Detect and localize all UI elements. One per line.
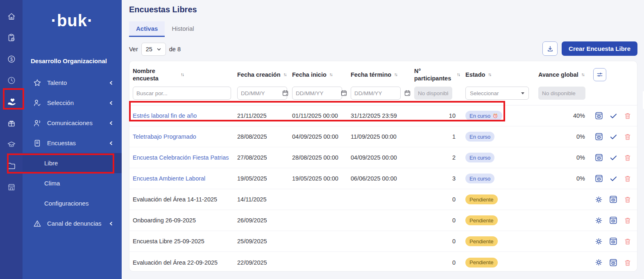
- chevron-left-icon: [109, 221, 113, 226]
- home-icon[interactable]: [7, 12, 16, 21]
- check-icon: [610, 133, 617, 141]
- survey-name: Evaluación del Área 14-11-2025: [133, 196, 237, 203]
- estado-filter-value: Seleccionar: [470, 90, 499, 96]
- sidebar-item-talento[interactable]: Talento: [23, 73, 122, 93]
- participants-count: 2: [414, 154, 465, 161]
- delete-survey-button[interactable]: [624, 196, 631, 203]
- view-results-button[interactable]: [595, 112, 603, 120]
- progress-value: 0%: [538, 154, 593, 161]
- sort-icon[interactable]: ↑↓: [283, 72, 286, 78]
- sidebar-item-canal-denuncias[interactable]: Canal de denuncias: [23, 213, 122, 233]
- sidebar-item-label: Talento: [47, 79, 109, 86]
- sidebar-item-label: Canal de denuncias: [47, 220, 109, 227]
- participants-count: 3: [414, 175, 465, 182]
- finish-survey-button[interactable]: [610, 112, 617, 120]
- view-results-button[interactable]: [609, 216, 617, 224]
- eye-window-icon: [595, 153, 603, 162]
- sidebar-item-configuraciones[interactable]: Configuraciones: [23, 193, 122, 213]
- col-avance-global: Avance global: [538, 71, 578, 78]
- search-input[interactable]: [133, 87, 231, 100]
- finish-survey-button[interactable]: [610, 154, 617, 162]
- col-fecha-inicio: Fecha inicio: [292, 71, 327, 78]
- estado-filter-select[interactable]: Seleccionar: [465, 87, 529, 100]
- chevron-left-icon: [109, 80, 113, 85]
- table-row: Encuesta Ambiente Laboral 19/05/2025 19/…: [129, 168, 637, 189]
- configure-survey-button[interactable]: [595, 196, 603, 204]
- table-row: Estrés laboral fin de año 21/11/2025 01/…: [129, 105, 637, 126]
- sort-icon[interactable]: ↑↓: [329, 72, 332, 78]
- create-survey-button[interactable]: Crear Encuesta Libre: [562, 41, 637, 56]
- view-results-button[interactable]: [609, 195, 617, 204]
- sidebar-item-libre[interactable]: Libre: [23, 153, 122, 173]
- finish-survey-button[interactable]: [610, 175, 617, 183]
- sidebar-item-seleccion[interactable]: Selección: [23, 93, 122, 113]
- eye-window-icon: [595, 133, 603, 141]
- survey-name-link[interactable]: Encuesta Celebración Fiesta Patrias: [133, 154, 237, 161]
- dollar-circle-icon[interactable]: $: [7, 55, 16, 64]
- trash-icon: [624, 259, 631, 266]
- survey-name-link[interactable]: Estrés laboral fin de año: [133, 112, 237, 119]
- sort-icon[interactable]: ↑↓: [488, 72, 491, 78]
- tab-activas[interactable]: Activas: [129, 21, 165, 37]
- person-sound-icon: [33, 119, 41, 127]
- configure-survey-button[interactable]: [595, 258, 603, 266]
- view-results-button[interactable]: [595, 153, 603, 162]
- graduation-cap-icon[interactable]: [7, 140, 16, 149]
- hand-heart-icon[interactable]: [7, 97, 16, 106]
- sidebar-item-encuestas[interactable]: Encuestas: [23, 133, 122, 153]
- delete-survey-button[interactable]: [624, 217, 631, 224]
- progress-value: 0%: [538, 133, 593, 140]
- configure-survey-button[interactable]: [595, 238, 603, 245]
- sort-icon[interactable]: ↑↓: [181, 72, 184, 78]
- survey-name-link[interactable]: Encuesta Ambiente Laboral: [133, 175, 237, 182]
- view-results-button[interactable]: [595, 133, 603, 141]
- storefront-icon[interactable]: [7, 183, 16, 192]
- folder-icon[interactable]: [7, 161, 16, 170]
- clipboard-clock-icon[interactable]: [7, 33, 16, 42]
- table-row: Evaluación del Área 22-09-2025 22/09/202…: [129, 252, 637, 273]
- delete-survey-button[interactable]: [624, 154, 631, 161]
- created-date-filter[interactable]: [237, 87, 287, 100]
- delete-survey-button[interactable]: [624, 112, 631, 119]
- page-size-value: 25: [146, 46, 152, 53]
- sort-icon[interactable]: ↑↓: [394, 72, 397, 78]
- calendar-icon: [404, 89, 411, 96]
- main-content: Encuestas Libres Activas Historial Ver 2…: [122, 0, 644, 279]
- delete-survey-button[interactable]: [624, 133, 631, 140]
- gear-icon: [595, 238, 603, 245]
- sidebar-item-clima[interactable]: Clima: [23, 173, 122, 193]
- download-icon: [546, 45, 554, 53]
- tab-historial[interactable]: Historial: [165, 21, 201, 37]
- end-date: 06/06/2025 00:00: [351, 175, 414, 182]
- survey-name-link[interactable]: Teletrabajo Programado: [133, 133, 237, 140]
- sidebar-item-label: Comunicaciones: [47, 119, 109, 126]
- survey-name: Encuesta Libre 25-09-2025: [133, 238, 237, 245]
- view-results-button[interactable]: [609, 258, 617, 267]
- start-date-filter[interactable]: [292, 87, 342, 100]
- end-date-filter[interactable]: [351, 87, 401, 100]
- participants-count: 0: [414, 196, 465, 203]
- view-results-button[interactable]: [595, 174, 603, 183]
- view-results-button[interactable]: [609, 237, 617, 245]
- check-icon: [610, 175, 617, 183]
- page-size-select[interactable]: 25: [141, 43, 166, 56]
- sort-icon[interactable]: ↑↓: [581, 72, 584, 78]
- delete-survey-button[interactable]: [624, 175, 631, 182]
- gift-box-icon[interactable]: [7, 119, 16, 128]
- table-header: Nombre encuesta↑↓ Fecha creación↑↓ Fecha…: [129, 61, 637, 105]
- sort-icon[interactable]: ↑↓: [457, 72, 460, 78]
- document-icon: [33, 139, 41, 147]
- sidebar-item-label: Configuraciones: [44, 200, 113, 207]
- column-settings-button[interactable]: [593, 68, 606, 81]
- participants-count: 1: [414, 133, 465, 140]
- trash-icon: [624, 175, 631, 182]
- delete-survey-button[interactable]: [624, 259, 631, 266]
- configure-survey-button[interactable]: [595, 217, 603, 224]
- finish-survey-button[interactable]: [610, 133, 617, 141]
- delete-survey-button[interactable]: [624, 238, 631, 245]
- sidebar-item-comunicaciones[interactable]: Comunicaciones: [23, 113, 122, 133]
- download-button[interactable]: [542, 41, 558, 56]
- eye-window-icon: [595, 112, 603, 120]
- chevron-left-icon: [109, 141, 113, 146]
- clock-icon[interactable]: [7, 76, 16, 85]
